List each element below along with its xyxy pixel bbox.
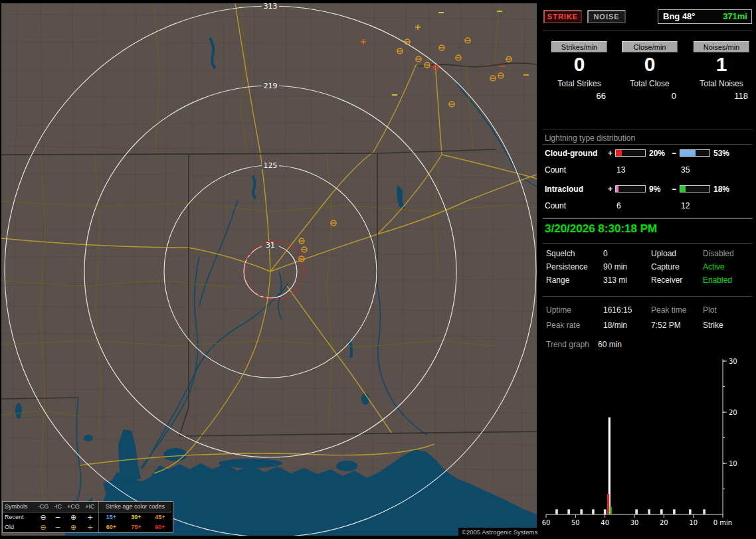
distribution-title: Lightning type distribution: [545, 133, 635, 143]
recent-neg-cg-symbol: ⊖: [36, 512, 50, 522]
control-panel: STRIKE NOISE Bng 48° 371mi Strikes/min 0…: [539, 0, 756, 539]
map-legend: Symbols -CG -IC +CG +IC Strike age color…: [2, 501, 173, 533]
peak-rate-value: 18/min: [603, 321, 627, 330]
divider: [543, 144, 753, 145]
recent-pos-cg-symbol: ⊕: [65, 512, 82, 522]
stats-row-1: Uptime 1616:15 Peak time Plot: [539, 305, 756, 316]
svg-text:0 min: 0 min: [713, 519, 732, 526]
capture-state: Active: [703, 262, 725, 271]
recent-neg-ic-symbol: −: [50, 512, 65, 522]
divider: [543, 31, 753, 31]
minus-sign: −: [672, 185, 676, 194]
range-ring-label: 219: [264, 82, 278, 90]
legend-age-title: Strike age color codes: [98, 502, 171, 512]
divider: [543, 243, 753, 244]
status-row-range: Range 313 mi Receiver Enabled: [539, 275, 756, 286]
plot-label: Plot: [703, 305, 717, 315]
noises-per-min-value: 1: [687, 54, 756, 75]
capture-label: Capture: [651, 262, 680, 271]
trend-pulse: [648, 509, 650, 514]
total-noises-label: Total Noises: [687, 79, 756, 88]
divider: [543, 218, 753, 219]
strikes-per-min-button[interactable]: Strikes/min: [551, 41, 607, 52]
total-close-label: Total Close: [615, 79, 684, 88]
trend-pulse: [555, 509, 558, 514]
cg-count-label: Count: [545, 165, 566, 175]
peak-rate-label: Peak rate: [546, 321, 580, 330]
trend-pulse: [673, 509, 676, 514]
trend-pulse: [703, 509, 706, 514]
range-ring-label: 313: [264, 3, 278, 11]
cloud-ground-row: Cloud-ground + 20% − 53%: [539, 149, 756, 158]
minus-sign: −: [672, 149, 676, 158]
total-strikes-value: 66: [545, 91, 614, 101]
bearing-value: Bng 48°: [663, 10, 696, 23]
noises-per-min-button[interactable]: Noises/min: [694, 41, 749, 52]
legend-symbols-header: Symbols: [3, 502, 36, 512]
intracloud-row: Intracloud + 9% − 18%: [539, 185, 756, 194]
peak-time-value: 7:52 PM: [651, 321, 681, 330]
strikes-per-min-value: 0: [545, 54, 614, 75]
close-per-min-button[interactable]: Close/min: [622, 41, 678, 52]
ic-negative-pct: 18%: [713, 185, 729, 194]
trend-pulse: [580, 509, 583, 514]
receiver-state: Enabled: [703, 275, 732, 285]
svg-text:20: 20: [729, 409, 737, 416]
ic-negative-bar-fill: [680, 186, 686, 192]
svg-text:10: 10: [729, 460, 737, 467]
svg-text:20: 20: [660, 519, 668, 526]
noise-indicator[interactable]: NOISE: [587, 10, 626, 23]
range-label: Range: [546, 275, 569, 285]
divider: [543, 296, 753, 297]
trend-pulse: [689, 509, 692, 514]
svg-text:60: 60: [542, 519, 551, 526]
stats-row-2: Peak rate 18/min 7:52 PM Strike: [539, 321, 756, 331]
datetime-display: 3/20/2026 8:30:18 PM: [545, 222, 657, 236]
total-noises-value: 118: [687, 91, 756, 101]
cg-negative-bar-fill: [680, 150, 696, 156]
uptime-label: Uptime: [546, 305, 571, 315]
persistence-label: Persistence: [546, 262, 588, 271]
divider: [543, 129, 753, 129]
ic-positive-count: 6: [616, 201, 621, 210]
copyright-notice: ©2005 Astrogenic Systems: [458, 528, 541, 536]
close-column: Close/min 0 Total Close 0: [615, 41, 684, 101]
legend-col-pos-cg: +CG: [65, 502, 82, 512]
old-pos-cg-symbol: ⊕: [65, 522, 82, 532]
intracloud-label: Intracloud: [545, 185, 583, 194]
cg-negative-pct: 53%: [713, 149, 729, 158]
trend-window-value: 60 min: [598, 340, 622, 349]
cg-positive-bar-fill: [616, 150, 622, 156]
plus-sign: +: [608, 149, 613, 158]
map-canvas[interactable]: 31125219313: [1, 3, 537, 536]
range-ring-label: 125: [264, 161, 278, 170]
ic-positive-bar-fill: [616, 186, 618, 192]
cg-positive-pct: 20%: [649, 149, 665, 158]
age-code-30: 30+: [124, 512, 149, 522]
range-value: 313 mi: [603, 275, 627, 285]
ic-count-label: Count: [545, 201, 566, 210]
svg-text:50: 50: [571, 519, 580, 526]
age-code-60: 60+: [98, 522, 124, 532]
squelch-value: 0: [603, 249, 608, 258]
range-ring-label: 31: [266, 241, 275, 250]
legend-col-neg-ic: -IC: [50, 502, 65, 512]
strikes-column: Strikes/min 0 Total Strikes 66: [545, 41, 614, 101]
age-code-90: 90+: [149, 522, 171, 532]
old-pos-ic-symbol: +: [82, 522, 98, 532]
peak-time-label: Peak time: [651, 305, 686, 315]
trend-pulse: [567, 509, 570, 514]
persistence-value: 90 min: [603, 262, 627, 271]
status-row-persistence: Persistence 90 min Capture Active: [539, 262, 756, 273]
squelch-label: Squelch: [546, 249, 575, 258]
upload-label: Upload: [651, 249, 676, 258]
cg-negative-count: 35: [681, 165, 690, 175]
legend-col-pos-ic: +IC: [82, 502, 98, 512]
strike-indicator[interactable]: STRIKE: [543, 10, 582, 23]
distance-value: 371mi: [723, 10, 747, 23]
legend-old-label: Old: [3, 522, 36, 532]
upload-state: Disabled: [703, 249, 734, 258]
trend-header: Trend graph 60 min: [539, 340, 756, 350]
status-row-squelch: Squelch 0 Upload Disabled: [539, 249, 756, 260]
total-close-value: 0: [615, 91, 684, 101]
